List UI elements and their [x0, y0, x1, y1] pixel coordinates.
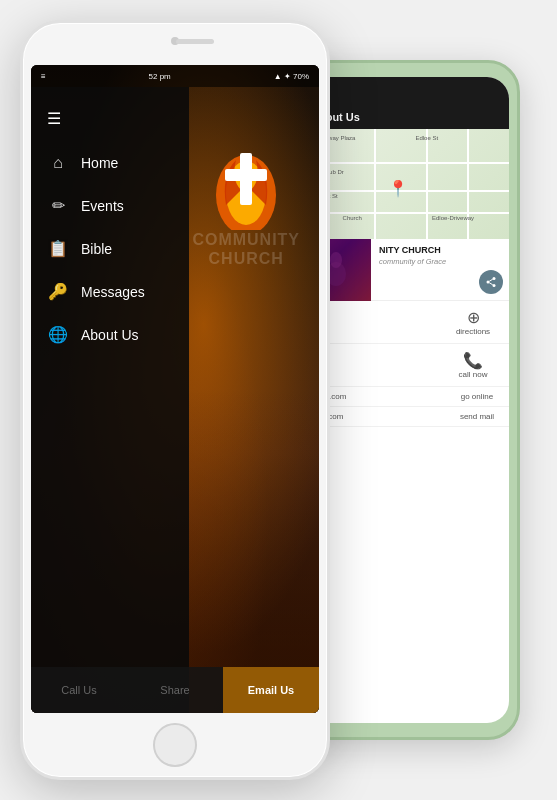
- directions-label: directions: [454, 327, 492, 336]
- go-online-label: go online: [458, 392, 496, 401]
- white-phone-screen: ≡ 52 pm ▲ ✦ 70% ☰ ⌂ Home ✏ Events 📋 Bibl…: [31, 65, 319, 713]
- green-map: Greenway Plaza Edloe St City Club Dr Nor…: [301, 129, 509, 239]
- sidebar-item-about[interactable]: 🌐 About Us: [31, 313, 189, 356]
- email-us-button[interactable]: Email Us: [223, 667, 319, 713]
- svg-rect-10: [225, 169, 267, 181]
- road-v2: [426, 129, 428, 239]
- green-actions: ⊕ directions 📞 call now 🏠 .com go online: [301, 301, 509, 427]
- status-icons: ▲ ✦ 70%: [274, 72, 309, 81]
- map-label-edloe: Edloe St: [415, 135, 438, 141]
- send-mail-label: send mail: [458, 412, 496, 421]
- hamburger-button[interactable]: ☰: [31, 101, 189, 142]
- road-h3: [301, 212, 509, 214]
- svg-point-4: [493, 284, 496, 287]
- church-name: NITY CHURCH: [379, 245, 501, 257]
- map-grid: Greenway Plaza Edloe St City Club Dr Nor…: [301, 129, 509, 239]
- map-label-church: Church: [343, 215, 362, 221]
- logo-watermark-text: COMMUNITYCHURCH: [192, 230, 300, 268]
- home-icon: ⌂: [47, 154, 69, 172]
- messages-label: Messages: [81, 284, 145, 300]
- sidebar-item-bible[interactable]: 📋 Bible: [31, 227, 189, 270]
- web-row-1: 🏠 .com go online: [301, 387, 509, 407]
- green-statusbar: [301, 77, 509, 105]
- status-signal: ≡: [41, 72, 46, 81]
- share-button-green[interactable]: [479, 270, 503, 294]
- church-sub: community of Grace: [379, 257, 501, 266]
- bible-icon: 📋: [47, 239, 69, 258]
- web-row-2: ✉ .com send mail: [301, 407, 509, 427]
- svg-point-2: [493, 277, 496, 280]
- home-label: Home: [81, 155, 118, 171]
- hamburger-icon: ☰: [47, 110, 61, 127]
- share-label: Share: [160, 684, 189, 696]
- green-phone-screen: About Us Greenway Plaza Edloe St City Cl…: [301, 77, 509, 723]
- about-icon: 🌐: [47, 325, 69, 344]
- call-icon: 📞: [460, 351, 486, 370]
- events-icon: ✏: [47, 196, 69, 215]
- call-label: call now: [454, 370, 492, 379]
- bible-label: Bible: [81, 241, 112, 257]
- call-us-button[interactable]: Call Us: [31, 667, 127, 713]
- action-go-online[interactable]: go online: [455, 392, 499, 401]
- web-url-1: .com: [329, 392, 346, 401]
- map-pin: 📍: [388, 179, 408, 198]
- events-label: Events: [81, 198, 124, 214]
- svg-line-6: [489, 279, 492, 281]
- directions-icon: ⊕: [460, 308, 486, 327]
- church-logo: COMMUNITYCHURCH: [181, 125, 311, 268]
- call-us-label: Call Us: [61, 684, 96, 696]
- map-label-edloe-dr: Edloe-Driveway: [432, 215, 474, 221]
- messages-icon: 🔑: [47, 282, 69, 301]
- sidebar-item-messages[interactable]: 🔑 Messages: [31, 270, 189, 313]
- church-card: NITY CHURCH community of Grace: [301, 239, 509, 301]
- share-icon: [485, 276, 497, 288]
- road-v1: [374, 129, 376, 239]
- sidebar-item-home[interactable]: ⌂ Home: [31, 142, 189, 184]
- action-row-call: 📞 call now: [301, 344, 509, 387]
- sidebar: ☰ ⌂ Home ✏ Events 📋 Bible 🔑 Messages 🌐: [31, 87, 189, 713]
- svg-point-3: [487, 281, 490, 284]
- road-v3: [467, 129, 469, 239]
- green-title-bar: About Us: [301, 105, 509, 129]
- bottom-bar: Call Us Share Email Us: [31, 667, 319, 713]
- white-statusbar: ≡ 52 pm ▲ ✦ 70%: [31, 65, 319, 87]
- action-call[interactable]: 📞 call now: [451, 351, 495, 379]
- action-row-directions: ⊕ directions: [301, 301, 509, 344]
- action-send-mail[interactable]: send mail: [455, 412, 499, 421]
- white-phone: ≡ 52 pm ▲ ✦ 70% ☰ ⌂ Home ✏ Events 📋 Bibl…: [20, 20, 330, 780]
- status-time: 52 pm: [149, 72, 171, 81]
- share-button-white[interactable]: Share: [127, 667, 223, 713]
- road-h1: [301, 162, 509, 164]
- action-directions[interactable]: ⊕ directions: [451, 308, 495, 336]
- home-button[interactable]: [153, 723, 197, 767]
- sidebar-item-events[interactable]: ✏ Events: [31, 184, 189, 227]
- about-label: About Us: [81, 327, 139, 343]
- svg-line-5: [489, 283, 492, 285]
- email-us-label: Email Us: [248, 684, 294, 696]
- logo-graphic: [201, 125, 291, 230]
- speaker: [176, 39, 214, 44]
